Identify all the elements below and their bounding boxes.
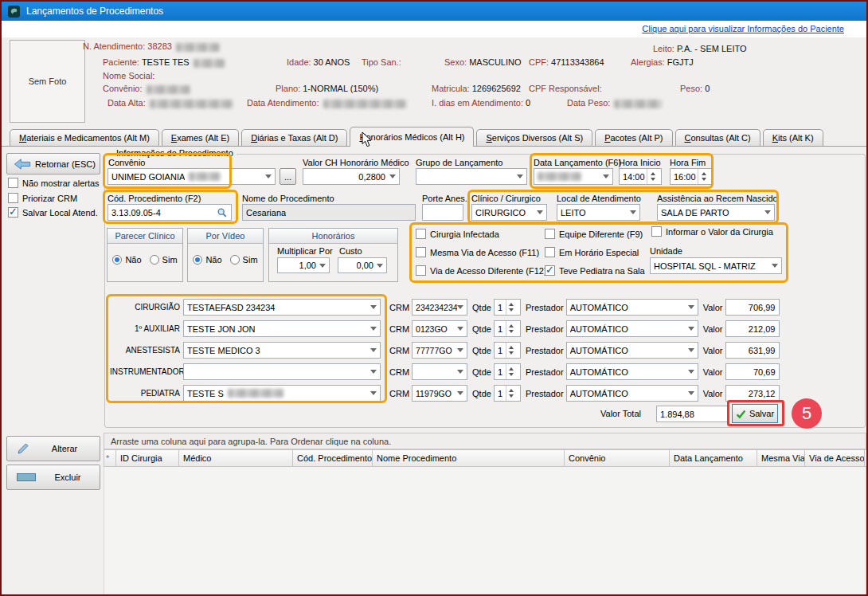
team-qty-spinner[interactable]: 1 <box>494 342 521 359</box>
team-qty-spinner[interactable]: 1 <box>494 363 521 380</box>
team-crm-combo[interactable]: 2342342340 <box>412 299 467 316</box>
local-atendimento-combo[interactable]: LEITO <box>557 204 640 221</box>
team-name-combo[interactable]: TESTE S <box>183 385 381 402</box>
checkbox[interactable] <box>416 265 426 276</box>
team-valor-field[interactable]: 273,12 <box>725 385 780 402</box>
grid-col-via-de-acesso[interactable]: Via de Acesso <box>805 449 865 467</box>
spinner-arrows-icon[interactable] <box>506 343 517 358</box>
checkbox[interactable] <box>545 265 555 276</box>
unidade-combo[interactable]: HOSPITAL SQL - MATRIZ <box>650 257 782 274</box>
grid-col-id-cirurgia[interactable]: ID Cirurgia <box>116 449 179 467</box>
check-cirurgia-infectada[interactable]: Cirurgia Infectada <box>416 229 499 239</box>
data-lancamento-combo[interactable] <box>534 168 613 185</box>
radio-video-nao[interactable]: Não <box>193 255 221 265</box>
check-mesma-via[interactable]: Mesma Via de Acesso (F11) <box>416 247 539 257</box>
option-salvar-local-atend[interactable]: Salvar Local Atend. <box>8 207 98 218</box>
option-priorizar-crm[interactable]: Priorizar CRM <box>8 193 77 203</box>
cod-procedimento-field[interactable]: 3.13.09.05-4 <box>108 204 232 221</box>
convenio-combo[interactable]: UNIMED GOIANIA <box>108 168 276 185</box>
spinner-arrows-icon[interactable] <box>506 364 517 379</box>
team-prestador-combo[interactable]: AUTOMÁTICO <box>566 342 698 359</box>
spinner-arrows-icon[interactable] <box>506 300 517 315</box>
team-qty-spinner[interactable]: 1 <box>494 320 521 337</box>
redacted-value <box>228 389 283 398</box>
team-valor-field[interactable]: 706,99 <box>725 299 780 316</box>
field-n-atendimento: N. Atendimento:38283 <box>83 41 220 52</box>
checkbox[interactable] <box>8 207 18 218</box>
search-icon[interactable] <box>217 207 228 218</box>
tab-diarias[interactable]: Diárias e Taxas (Alt D) <box>241 129 347 146</box>
checkbox[interactable] <box>416 229 426 239</box>
custo-field[interactable]: 0,00 <box>338 257 387 273</box>
valor-ch-field[interactable]: 0,2800 <box>303 168 400 185</box>
convenio-more-button[interactable]: ... <box>280 168 296 185</box>
team-prestador-combo[interactable]: AUTOMÁTICO <box>566 320 698 337</box>
patient-info-link[interactable]: Clique aqui para visualizar Informações … <box>642 24 844 33</box>
alterar-button[interactable]: Alterar <box>6 436 100 461</box>
option-nao-mostrar-alertas[interactable]: Não mostrar alertas <box>8 178 100 188</box>
tab-kits[interactable]: Kits (Alt K) <box>763 129 823 146</box>
salvar-button[interactable]: Salvar <box>732 404 778 423</box>
field-data-atendimento: Data Atendimento: <box>247 98 407 108</box>
hora-fim-spinner[interactable]: 16:00 <box>670 168 713 185</box>
team-prestador-combo[interactable]: AUTOMÁTICO <box>566 363 698 380</box>
grid-col-medico[interactable]: Médico <box>179 449 293 467</box>
team-prestador-combo[interactable]: AUTOMÁTICO <box>566 385 698 402</box>
team-name-combo[interactable]: TESTE JON JON <box>183 320 381 337</box>
grid-col-nome-procedimento[interactable]: Nome Procedimento <box>373 449 565 467</box>
grid-col-truncated[interactable]: E <box>865 449 866 467</box>
tab-consultas[interactable]: Consultas (Alt C) <box>675 129 760 146</box>
checkbox[interactable] <box>416 247 426 257</box>
checkbox[interactable] <box>8 178 18 188</box>
crm-label: CRM <box>389 367 409 377</box>
field-paciente: Paciente:TESTE TES <box>103 57 225 68</box>
team-name-combo[interactable]: TESTAEFASD 234234 <box>183 299 381 316</box>
team-crm-combo[interactable]: 77777GO <box>412 342 467 359</box>
tab-servicos[interactable]: Serviços Diversos (Alt S) <box>476 129 592 146</box>
radio-parecer-sim[interactable]: Sim <box>150 255 178 265</box>
grid-group-band[interactable]: Arraste uma coluna aqui para agrupa-la. … <box>104 433 866 449</box>
checkbox[interactable] <box>545 229 555 239</box>
spinner-arrows-icon[interactable] <box>506 321 517 336</box>
team-valor-field[interactable]: 631,99 <box>725 342 780 359</box>
checkbox[interactable] <box>651 226 662 237</box>
grid-col-mesma-via[interactable]: Mesma Via de Acesso <box>757 449 805 467</box>
assistencia-combo[interactable]: SALA DE PARTO <box>657 204 775 221</box>
check-horario-especial[interactable]: Em Horário Especial <box>545 247 639 257</box>
grid-body[interactable] <box>104 467 866 594</box>
porte-anes-field[interactable] <box>422 204 463 221</box>
team-qty-spinner[interactable]: 1 <box>494 385 521 402</box>
team-prestador-combo[interactable]: AUTOMÁTICO <box>566 299 698 316</box>
radio-parecer-nao[interactable]: Não <box>112 255 141 265</box>
team-valor-field[interactable]: 70,69 <box>725 363 780 380</box>
check-equipe-diferente[interactable]: Equipe Diferente (F9) <box>545 229 643 239</box>
spinner-arrows-icon[interactable] <box>698 169 709 184</box>
tab-materiais[interactable]: Materiais e Medicamentos (Alt M) <box>10 129 159 146</box>
checkbox[interactable] <box>545 247 555 257</box>
radio-video-sim[interactable]: Sim <box>230 255 258 265</box>
team-name-combo[interactable] <box>183 363 381 380</box>
team-qty-spinner[interactable]: 1 <box>494 299 521 316</box>
spinner-arrows-icon[interactable] <box>647 169 658 184</box>
hora-inicio-spinner[interactable]: 14:00 <box>619 168 662 185</box>
retornar-button[interactable]: Retornar (ESC) <box>6 153 100 174</box>
multiplicar-field[interactable]: 1,00 <box>277 257 330 273</box>
spinner-arrows-icon[interactable] <box>506 386 517 401</box>
tab-exames[interactable]: Exames (Alt E) <box>162 129 239 146</box>
clinico-cirurgico-combo[interactable]: CIRURGICO <box>471 204 547 221</box>
team-crm-combo[interactable]: 11979GO <box>412 385 467 402</box>
team-crm-combo[interactable]: 0123GO <box>412 320 467 337</box>
excluir-button[interactable]: Excluir <box>6 465 100 490</box>
team-valor-field[interactable]: 212,09 <box>725 320 780 337</box>
check-via-diferente[interactable]: Via de Acesso Diferente (F12) <box>416 265 547 276</box>
grid-col-data-lancamento[interactable]: Data Lançamento <box>670 449 757 467</box>
check-informar-valor[interactable]: Informar o Valor da Cirurgia <box>651 226 773 237</box>
tab-pacotes[interactable]: Pacotes (Alt P) <box>595 129 672 146</box>
team-crm-combo[interactable] <box>412 363 467 380</box>
checkbox[interactable] <box>8 193 18 203</box>
grupo-lancamento-combo[interactable] <box>416 168 527 185</box>
check-teve-pediatra[interactable]: Teve Pediatra na Sala <box>545 265 645 276</box>
team-name-combo[interactable]: TESTE MEDICO 3 <box>183 342 381 359</box>
grid-col-cod-procedimento[interactable]: Cód. Procedimento <box>293 449 373 467</box>
grid-col-convenio[interactable]: Convênio <box>565 449 670 467</box>
